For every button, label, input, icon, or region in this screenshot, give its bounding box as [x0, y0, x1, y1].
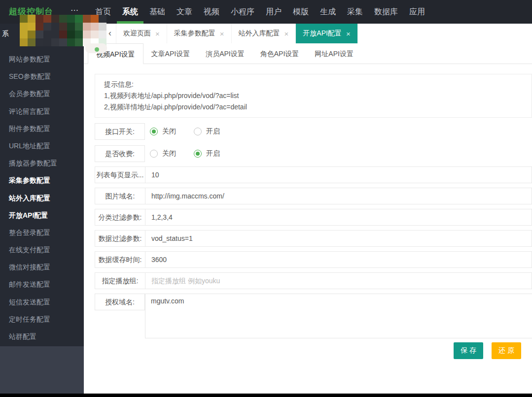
- field-label: 指定播放组:: [95, 273, 145, 289]
- close-icon[interactable]: ×: [220, 30, 224, 38]
- sidebar-item[interactable]: 开放API配置: [0, 207, 84, 224]
- topbar-menu-item[interactable]: 生成: [320, 0, 336, 24]
- radio-icon[interactable]: [194, 128, 202, 135]
- radio-label: 开启: [206, 149, 220, 158]
- topbar-menu-item[interactable]: 用户: [266, 0, 282, 24]
- sidebar-item[interactable]: 附件参数配置: [0, 120, 84, 137]
- topbar-menu-label: 文章: [177, 7, 192, 16]
- censor-pixel: [59, 31, 67, 38]
- api-settings-tab[interactable]: 网址API设置: [307, 43, 361, 64]
- text-input[interactable]: [145, 210, 532, 225]
- sidebar-item[interactable]: 短信发送配置: [0, 294, 84, 311]
- topbar-menu-item[interactable]: 采集: [347, 0, 363, 24]
- text-input[interactable]: [145, 189, 532, 203]
- text-input[interactable]: [145, 167, 532, 182]
- radio-option[interactable]: 开启: [194, 127, 220, 136]
- field-label: 是否收费:: [95, 145, 145, 162]
- text-input[interactable]: [145, 231, 532, 246]
- settings-form: 接口开关: 关闭 开启 是否收费: 关闭 开启 列表每页显示... 图片域名: …: [95, 123, 532, 359]
- topbar-menu-item[interactable]: 数据库: [374, 0, 398, 24]
- sidebar-item[interactable]: 评论留言配置: [0, 103, 84, 120]
- radio-group: 关闭 开启: [150, 123, 238, 140]
- field-label: 数据缓存时间:: [95, 252, 145, 267]
- close-icon[interactable]: ×: [284, 30, 289, 38]
- radio-label: 关闭: [162, 149, 176, 158]
- radio-option[interactable]: 关闭: [150, 127, 176, 136]
- topbar-menu-item[interactable]: 小程序: [231, 0, 254, 24]
- topbar-menu-item[interactable]: 应用: [409, 0, 425, 24]
- page-tab-label: 开放API配置: [303, 29, 342, 38]
- form-row-textarea: 授权域名: mgutv.com: [95, 294, 532, 338]
- radio-option[interactable]: 关闭: [150, 149, 176, 158]
- sidebar-item[interactable]: 定时任务配置: [0, 311, 84, 328]
- api-settings-tab[interactable]: 角色API设置: [252, 43, 307, 64]
- censor-pixel: [59, 23, 67, 31]
- censor-pixel: [51, 38, 59, 46]
- topbar-menu-item[interactable]: 文章: [177, 0, 192, 24]
- api-settings-tab[interactable]: 文章API设置: [143, 43, 198, 64]
- page-tab[interactable]: 开放API配置 ×: [296, 24, 357, 43]
- censor-pixel: [43, 38, 51, 46]
- page-tab-label: 欢迎页面: [123, 29, 151, 38]
- censor-pixel: [43, 31, 51, 38]
- form-row-text: 分类过滤参数:: [95, 209, 532, 226]
- sidebar-item[interactable]: 邮件发送配置: [0, 276, 84, 293]
- sidebar-item[interactable]: 采集参数配置: [0, 172, 84, 189]
- topbar-menu-label: 用户: [266, 7, 282, 16]
- censor-pixel: [20, 38, 28, 46]
- censor-pixel: [91, 23, 99, 31]
- radio-group: 关闭 开启: [150, 145, 238, 162]
- page-tab[interactable]: 采集参数配置 ×: [167, 24, 232, 43]
- sidebar-item[interactable]: 微信对接配置: [0, 259, 84, 276]
- page-tab-label: 采集参数配置: [174, 29, 215, 38]
- main-content: 视频API设置文章API设置演员API设置角色API设置网址API设置 提示信息…: [84, 43, 532, 394]
- topbar-menu-label: 视频: [204, 7, 219, 16]
- censor-pixel: [67, 15, 75, 23]
- topbar-menu-item[interactable]: 基础: [149, 0, 165, 24]
- text-input[interactable]: [145, 273, 532, 288]
- censor-pixel: [28, 23, 35, 31]
- censor-pixel: [51, 31, 59, 38]
- form-row-text: 数据缓存时间:: [95, 251, 532, 268]
- reset-button[interactable]: 还 原: [492, 342, 521, 359]
- field-label: 数据过滤参数:: [95, 231, 145, 246]
- radio-option[interactable]: 开启: [194, 149, 220, 158]
- topbar-menu-label: 系统: [122, 7, 138, 16]
- censor-pixel: [91, 15, 99, 23]
- topbar-menu-item[interactable]: 系统: [122, 0, 138, 24]
- radio-icon[interactable]: [150, 128, 158, 135]
- sidebar-item[interactable]: 网站参数配置: [0, 51, 84, 68]
- close-icon[interactable]: ×: [155, 30, 160, 38]
- sidebar-item[interactable]: 站群配置: [0, 328, 84, 345]
- censor-pixel: [83, 15, 91, 23]
- sidebar-item[interactable]: 播放器参数配置: [0, 155, 84, 172]
- save-button[interactable]: 保 存: [454, 342, 483, 359]
- topbar-menu: 首页 系统 基础 文章 视频 小程序 用户 模版 生成 采集 数据库 应用: [95, 0, 436, 24]
- form-row-text: 图片域名:: [95, 188, 532, 204]
- radio-icon[interactable]: [150, 150, 158, 158]
- sidebar-item[interactable]: URL地址配置: [0, 137, 84, 155]
- authorized-domains-textarea[interactable]: mgutv.com: [145, 294, 532, 338]
- sidebar-item[interactable]: 在线支付配置: [0, 241, 84, 259]
- api-settings-tab[interactable]: 演员API设置: [198, 43, 252, 64]
- censor-pixel: [91, 31, 99, 38]
- field-label: 分类过滤参数:: [95, 209, 145, 225]
- sidebar-item[interactable]: 站外入库配置: [0, 190, 84, 207]
- radio-icon[interactable]: [194, 150, 202, 158]
- close-icon[interactable]: ×: [346, 30, 351, 38]
- censor-pixel: [75, 23, 83, 31]
- sidebar-item[interactable]: 整合登录配置: [0, 224, 84, 241]
- sidebar-item[interactable]: 会员参数配置: [0, 85, 84, 102]
- sidebar-item[interactable]: SEO参数配置: [0, 68, 84, 85]
- page-tab-label: 站外入库配置: [239, 29, 280, 38]
- censor-pixel: [99, 15, 106, 23]
- field-label: 列表每页显示...: [95, 167, 145, 183]
- censor-pixel: [67, 38, 75, 46]
- topbar-menu-item[interactable]: 视频: [204, 0, 219, 24]
- censor-pixel: [20, 31, 28, 38]
- topbar-menu-label: 采集: [347, 7, 363, 16]
- topbar-menu-item[interactable]: 模版: [293, 0, 309, 24]
- page-tab[interactable]: 站外入库配置 ×: [232, 24, 296, 43]
- page-tab[interactable]: 欢迎页面 ×: [116, 24, 167, 43]
- text-input[interactable]: [145, 252, 532, 267]
